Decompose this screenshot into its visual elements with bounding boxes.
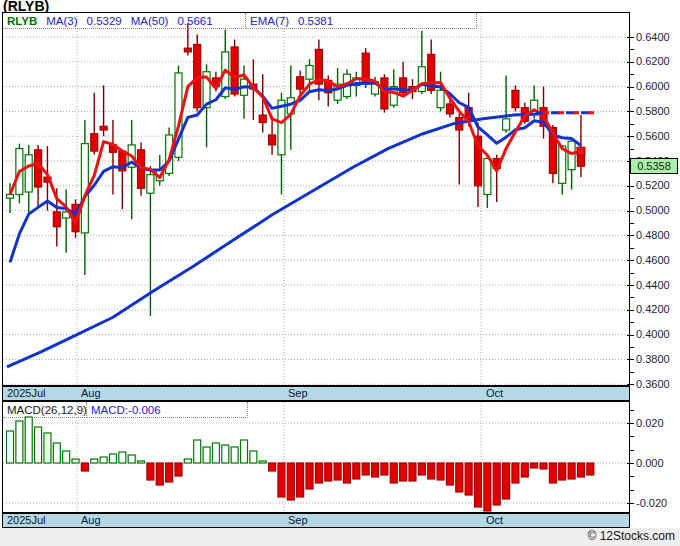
- month-label: Oct: [486, 514, 503, 526]
- candle-body: [53, 212, 60, 227]
- price-axis-minor-tick: [630, 372, 634, 373]
- macd-bar: [531, 463, 538, 468]
- ma3-value: 0.5329: [87, 15, 122, 27]
- macd-bar: [306, 463, 313, 489]
- macd-bar: [7, 431, 14, 463]
- candle-body: [503, 119, 510, 130]
- price-axis-label: 0.4200: [636, 303, 670, 315]
- macd-bar: [194, 440, 201, 463]
- price-axis-minor-tick: [630, 149, 634, 150]
- macd-bar: [409, 463, 416, 481]
- candle-body: [559, 146, 566, 183]
- macd-bar: [400, 463, 407, 481]
- ema7-value: 0.5381: [298, 15, 333, 27]
- macd-bar: [91, 459, 98, 463]
- macd-bar: [222, 445, 229, 463]
- macd-axis-minor-tick: [630, 450, 634, 451]
- candle-body: [100, 126, 107, 130]
- macd-bar: [278, 463, 285, 497]
- copyright-label: © 12Stocks.com: [587, 529, 675, 543]
- price-axis-label: 0.6200: [636, 55, 670, 67]
- legend-box-left: RLYB MA(3) 0.5329 MA(50) 0.5661: [3, 13, 246, 29]
- candle-body: [381, 78, 388, 109]
- macd-bar: [456, 463, 463, 492]
- candle-body: [184, 48, 191, 52]
- price-axis-tick: [627, 260, 634, 261]
- macd-bar: [521, 463, 528, 477]
- macd-header-box: MACD(26,12,9): [3, 402, 87, 418]
- ema7-label: EMA(7): [250, 15, 289, 27]
- candle-body: [484, 159, 491, 195]
- price-axis-tick: [627, 235, 634, 236]
- macd-bar: [390, 463, 397, 483]
- footer-strip: © 12Stocks.com: [0, 528, 680, 546]
- macd-bar: [166, 463, 173, 482]
- price-axis-tick: [627, 335, 634, 336]
- candle-body: [418, 67, 425, 92]
- price-axis-label: 0.6400: [636, 31, 670, 43]
- price-axis-label: 0.6000: [636, 80, 670, 92]
- macd-bar: [372, 463, 379, 477]
- price-axis-minor-tick: [630, 198, 634, 199]
- candle-body: [231, 47, 238, 94]
- macd-bar: [212, 443, 219, 463]
- macd-bar: [25, 417, 32, 463]
- macd-value-box: MACD:-0.006: [87, 402, 248, 418]
- macd-bar: [475, 463, 482, 507]
- macd-params-label: MACD(26,12,9): [7, 404, 87, 416]
- macd-axis-label: 0.020: [636, 417, 664, 429]
- macd-bar: [428, 463, 435, 479]
- macd-panel: MACD(26,12,9) MACD:-0.006: [2, 401, 630, 513]
- x-axis-bar-macd: 2025JulAugSepOct: [2, 513, 630, 528]
- macd-bar: [587, 463, 594, 475]
- macd-bar: [325, 463, 332, 481]
- price-axis-minor-tick: [630, 49, 634, 50]
- macd-axis-minor-tick: [630, 436, 634, 437]
- macd-bar: [241, 440, 248, 463]
- candle-body: [437, 90, 444, 107]
- candle-body: [306, 66, 313, 80]
- macd-axis-tick: [627, 463, 634, 464]
- price-axis-tick: [627, 37, 634, 38]
- macd-axis-minor-tick: [630, 490, 634, 491]
- macd-axis-tick: [627, 503, 634, 504]
- candle-body: [147, 175, 154, 194]
- macd-bar: [334, 463, 341, 480]
- legend-box-right: EMA(7) 0.5381: [246, 13, 477, 29]
- macd-bar: [362, 463, 369, 475]
- price-axis-label: 0.5800: [636, 105, 670, 117]
- candle-body: [7, 194, 14, 198]
- month-label: Aug: [81, 387, 101, 399]
- price-chart-panel: RLYB MA(3) 0.5329 MA(50) 0.5661 EMA(7) 0…: [2, 12, 630, 386]
- macd-bar: [297, 463, 304, 497]
- stock-chart-page: { "header": { "title": "(RLYB)" }, "lege…: [0, 0, 680, 546]
- macd-bar: [109, 454, 116, 463]
- macd-axis-minor-tick: [630, 476, 634, 477]
- macd-bar: [72, 459, 79, 463]
- macd-bar: [63, 451, 70, 463]
- price-axis-label: 0.5000: [636, 204, 670, 216]
- macd-bar: [503, 463, 510, 499]
- macd-bar: [35, 427, 42, 463]
- macd-bar: [484, 463, 491, 511]
- price-axis-tick: [627, 87, 634, 88]
- price-axis-minor-tick: [630, 99, 634, 100]
- candle-body: [297, 77, 304, 89]
- macd-bar: [119, 452, 126, 463]
- price-axis-tick: [627, 211, 634, 212]
- macd-bar: [437, 463, 444, 480]
- candle-body: [278, 100, 285, 155]
- macd-bar: [446, 463, 453, 485]
- price-axis-tick: [627, 384, 634, 385]
- macd-bar: [250, 451, 257, 463]
- price-axis-minor-tick: [630, 273, 634, 274]
- macd-axis-minor-tick: [630, 410, 634, 411]
- macd-bar: [353, 463, 360, 479]
- macd-bar: [259, 461, 266, 463]
- price-axis-tick: [627, 111, 634, 112]
- month-label: 2025Jul: [7, 514, 46, 526]
- macd-bar: [184, 459, 191, 463]
- price-axis-label: 0.5600: [636, 130, 670, 142]
- x-axis-bar-price: 2025JulAugSepOct: [2, 386, 630, 401]
- macd-bar: [128, 455, 135, 463]
